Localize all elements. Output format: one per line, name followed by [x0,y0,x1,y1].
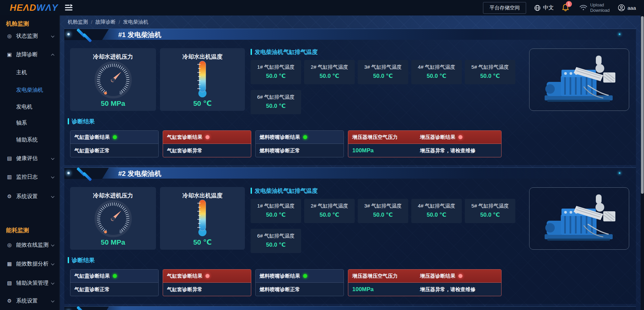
headway-logo: HEΛDWΛY [10,3,58,13]
cylinder-card-1: 1# 气缸排气温度 50.0 ℃ [251,199,301,223]
panel-title: #2 发电柴油机 [118,169,161,178]
system-settings-icon: ⚙ [6,193,13,199]
language-label: 中文 [543,4,554,11]
diagnosis-card-cylinder-head: 气缸盖诊断结果 气缸盖诊断正常 [70,269,159,296]
diagonal-stripe-icon [76,306,86,310]
logo-part2: WΛY [36,3,58,13]
chevron-down-icon [51,195,55,198]
end-dot-icon [619,33,620,35]
title-bar-icon [251,188,252,194]
chevron-down-icon [51,243,55,247]
cylinder-card-3: 3# 气缸排气温度 50.0 ℃ [358,60,408,84]
end-dot-icon [619,172,620,174]
upload-label: Upload [590,2,610,8]
sidebar-item-monitor-log[interactable]: ▥ 监控日志 [0,173,59,181]
sidebar-item-generator[interactable]: 发电机 [0,103,59,111]
diagnosis-card-fuel-nozzle: 燃料喷嘴诊断结果 燃料喷嘴诊断正常 [255,269,344,296]
cylinder-card-4: 4# 气缸排气温度 50.0 ℃ [411,199,462,223]
user-icon [618,4,625,11]
diagnosis-card-turbocharger: 增压器增压空气压力 增压器诊断结果 100MPa 增压器异常，请检查维修 [348,130,502,157]
engine-panel-2: #2 发电柴油机 冷却水进机压力 50 MPa 冷却水出机温度 [64,167,636,304]
thermometer-card: 冷却水出机温度 50 ℃ [160,48,245,111]
logo-part1: HEΛD [10,3,36,13]
sidebar-item-decision-support[interactable]: ▧ 辅助决策管理 [0,279,59,287]
chevron-down-icon [51,262,55,266]
pressure-gauge-card: 冷却水进机压力 50 MPa [70,48,156,111]
cylinder-card-6: 6# 气缸排气温度 50.0 ℃ [251,90,301,114]
title-bar-icon [68,118,69,124]
chevron-up-icon [51,54,55,57]
cylinder-grid: 1# 气缸排气温度 50.0 ℃ 2# 气缸排气温度 50.0 ℃ 3# 气缸排… [251,199,523,253]
cylinder-section-title: 发电柴油机气缸排气温度 [251,187,318,194]
breadcrumb-item-cabin[interactable]: 机舱监测 [68,19,88,25]
gauge-value: 50 MPa [70,238,156,246]
sidebar-item-health-assessment[interactable]: ▤ 健康评估 [0,154,59,162]
breadcrumb-item-diagnosis[interactable]: 故障诊断 [95,19,116,25]
wifi-icon [579,4,587,11]
sidebar-item-system-settings[interactable]: ⚙ 系统设置 [0,192,59,200]
status-ok-dot-icon [303,135,307,139]
cylinder-grid: 1# 气缸排气温度 50.0 ℃ 2# 气缸排气温度 50.0 ℃ 3# 气缸排… [251,60,523,114]
scrollbar-thumb[interactable] [641,16,644,194]
user-menu[interactable]: aaa [618,4,636,11]
diagnosis-section-title: 诊断结果 [68,256,95,264]
status-alarm-dot-icon [458,274,462,278]
panel-header [64,306,636,310]
sidebar-item-status-monitor[interactable]: ◎ 状态监测 [0,32,59,40]
turbo-pressure-value: 100MPa [352,147,374,154]
thermometer-icon [182,60,223,99]
vertical-scrollbar[interactable] [641,16,644,310]
sidebar-item-fault-diagnosis[interactable]: ▣ 故障诊断 [0,51,59,59]
diagnosis-row: 气缸盖诊断结果 气缸盖诊断正常 气缸套诊断结果 气缸套诊断异常 燃料喷嘴诊断结果… [64,269,636,296]
language-switcher[interactable]: 中文 [534,4,554,11]
pressure-gauge-card: 冷却水进机压力 50 MPa [70,187,156,250]
chevron-down-icon [51,175,55,179]
sidebar-section-energy: 能耗监测 [0,226,59,234]
decision-support-icon: ▧ [6,280,13,286]
thermometer-card: 冷却水出机温度 50 ℃ [160,187,245,250]
cylinder-card-2: 2# 气缸排气温度 50.0 ℃ [304,199,355,223]
cylinder-card-5: 5# 气缸排气温度 50.0 ℃ [465,60,515,84]
system-settings-icon: ⚙ [6,298,13,304]
diagnosis-card-turbocharger: 增压器增压空气压力 增压器诊断结果 100MPa 增压器异常，请检查维修 [348,269,502,296]
breadcrumb-item-diesel[interactable]: 发电柴油机 [123,19,148,25]
chevron-down-icon [51,299,55,303]
diagonal-stripe-icon [83,172,92,181]
platform-storage-button[interactable]: 平台存储空间 [483,2,526,14]
status-ok-dot-icon [113,274,117,278]
diesel-engine-illustration [537,53,621,107]
diagnosis-card-cylinder-head: 气缸盖诊断结果 气缸盖诊断正常 [70,130,159,157]
sidebar-item-system-settings-2[interactable]: ⚙ 系统设置 [0,297,59,305]
sidebar-item-shafting[interactable]: 轴系 [0,119,59,127]
monitor-log-icon: ▥ [6,174,13,180]
cylinder-section-title: 发电柴油机气缸排气温度 [251,48,318,56]
health-assessment-icon: ▤ [6,155,13,161]
sidebar-item-energy-data-analysis[interactable]: ▦ 能效数据分析 [0,260,59,268]
thermometer-icon [182,198,223,238]
network-status: Upload Download [579,2,610,13]
sidebar-item-energy-online-monitor[interactable]: ◎ 能效在线监测 [0,241,59,249]
notifications-button[interactable]: 1 [562,4,569,12]
diagnosis-card-fuel-nozzle: 燃料喷嘴诊断结果 燃料喷嘴诊断正常 [255,130,344,157]
cylinder-card-4: 4# 气缸排气温度 50.0 ℃ [411,60,462,84]
diagnosis-section-title: 诊断结果 [68,118,95,125]
title-bar-icon [251,49,252,55]
thermometer-value: 50 ℃ [160,99,245,107]
sidebar-item-auxiliary-system[interactable]: 辅助系统 [0,136,59,144]
chevron-down-icon [51,281,55,285]
sidebar-item-diesel-generator[interactable]: 发电柴油机 [0,86,59,94]
menu-fold-icon[interactable] [65,4,73,11]
diagnosis-row: 气缸盖诊断结果 气缸盖诊断正常 气缸套诊断结果 气缸套诊断异常 燃料喷嘴诊断结果… [64,130,636,157]
main-content: 机舱监测 / 故障诊断 / 发电柴油机 #1 发电柴油机 冷却水进机压力 [60,16,644,310]
engine-panel-1: #1 发电柴油机 冷却水进机压力 50 MPa 冷却水出机温度 [64,29,636,165]
cylinder-card-2: 2# 气缸排气温度 50.0 ℃ [304,60,355,84]
diagnosis-card-cylinder-liner: 气缸套诊断结果 气缸套诊断异常 [163,269,251,296]
chevron-down-icon [51,34,55,38]
thermometer-value: 50 ℃ [160,238,245,246]
cylinder-card-3: 3# 气缸排气温度 50.0 ℃ [358,199,408,223]
sidebar-item-main-engine[interactable]: 主机 [0,68,59,76]
energy-data-analysis-icon: ▦ [6,261,13,267]
engine-image [529,49,629,111]
diesel-engine-illustration [537,192,621,246]
title-bar-icon [68,257,69,263]
